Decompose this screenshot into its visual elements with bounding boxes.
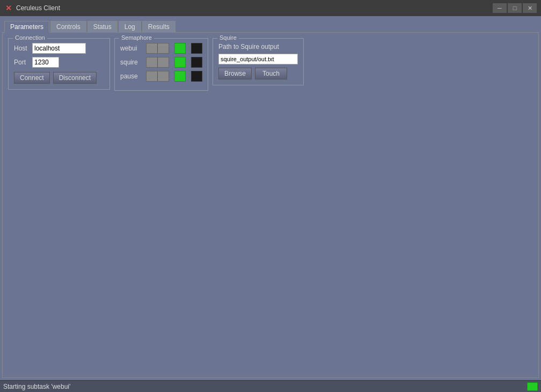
- semaphore-label-squire: squire: [120, 59, 143, 66]
- minimize-button[interactable]: ─: [493, 3, 507, 13]
- connection-group-title: Connection: [13, 34, 47, 41]
- browse-button[interactable]: Browse: [218, 68, 252, 79]
- squire-path-input[interactable]: [218, 54, 298, 64]
- port-label: Port: [14, 59, 30, 66]
- semaphore-group: Semaphore webui squire: [114, 38, 208, 91]
- host-input[interactable]: [32, 43, 86, 54]
- squire-group: Squire Path to Squire output Browse Touc…: [213, 38, 304, 85]
- close-button[interactable]: ✕: [523, 3, 537, 13]
- squire-group-title: Squire: [217, 34, 239, 41]
- tab-status[interactable]: Status: [87, 21, 118, 33]
- toggle-on-webui[interactable]: [158, 43, 169, 53]
- titlebar: ✕ Ceruleus Client ─ □ ✕: [0, 0, 541, 16]
- semaphore-label-webui: webui: [120, 45, 143, 52]
- connection-btn-row: Connect Disconnect: [14, 72, 104, 84]
- semaphore-row-squire: squire: [120, 57, 202, 68]
- window-controls: ─ □ ✕: [493, 3, 537, 13]
- status-bar: Starting subtask 'webui': [0, 380, 541, 392]
- port-input[interactable]: [32, 57, 59, 68]
- led-green-squire: [174, 57, 186, 68]
- disconnect-button[interactable]: Disconnect: [53, 72, 97, 84]
- toggle-webui[interactable]: [146, 43, 169, 54]
- led-green-webui: [174, 43, 186, 54]
- semaphore-group-title: Semaphore: [119, 34, 154, 41]
- tab-content-parameters: Connection Host Port Connect Disconnect …: [2, 32, 539, 378]
- host-label: Host: [14, 45, 30, 52]
- tab-parameters[interactable]: Parameters: [4, 21, 49, 33]
- app-icon: ✕: [4, 4, 13, 12]
- semaphore-row-pause: pause: [120, 71, 202, 82]
- port-row: Port: [14, 57, 104, 68]
- touch-button[interactable]: Touch: [255, 68, 287, 79]
- toggle-off-webui[interactable]: [147, 43, 158, 53]
- window-title: Ceruleus Client: [16, 4, 493, 12]
- toggle-squire[interactable]: [146, 57, 169, 68]
- toggle-on-squire[interactable]: [158, 57, 169, 67]
- window-content: Parameters Controls Status Log Results C…: [0, 16, 541, 380]
- tab-results[interactable]: Results: [142, 21, 176, 33]
- tab-controls[interactable]: Controls: [50, 21, 86, 33]
- connection-group: Connection Host Port Connect Disconnect: [8, 38, 110, 90]
- status-led: [527, 382, 538, 391]
- maximize-button[interactable]: □: [508, 3, 522, 13]
- tab-bar: Parameters Controls Status Log Results: [2, 18, 539, 32]
- toggle-off-squire[interactable]: [147, 57, 158, 67]
- tab-log[interactable]: Log: [119, 21, 141, 33]
- semaphore-row-webui: webui: [120, 43, 202, 54]
- squire-btn-row: Browse Touch: [218, 68, 298, 79]
- semaphore-label-pause: pause: [120, 72, 143, 80]
- connect-button[interactable]: Connect: [14, 72, 50, 84]
- toggle-pause[interactable]: [146, 71, 169, 82]
- panels-row: Connection Host Port Connect Disconnect …: [8, 38, 533, 91]
- toggle-off-pause[interactable]: [147, 71, 158, 81]
- host-row: Host: [14, 43, 104, 54]
- led-black-squire: [191, 57, 202, 68]
- led-black-webui: [191, 43, 202, 54]
- toggle-on-pause[interactable]: [158, 71, 169, 81]
- led-green-pause: [174, 71, 186, 82]
- led-black-pause: [191, 71, 202, 82]
- status-text: Starting subtask 'webui': [3, 383, 527, 390]
- squire-path-label: Path to Squire output: [218, 43, 298, 50]
